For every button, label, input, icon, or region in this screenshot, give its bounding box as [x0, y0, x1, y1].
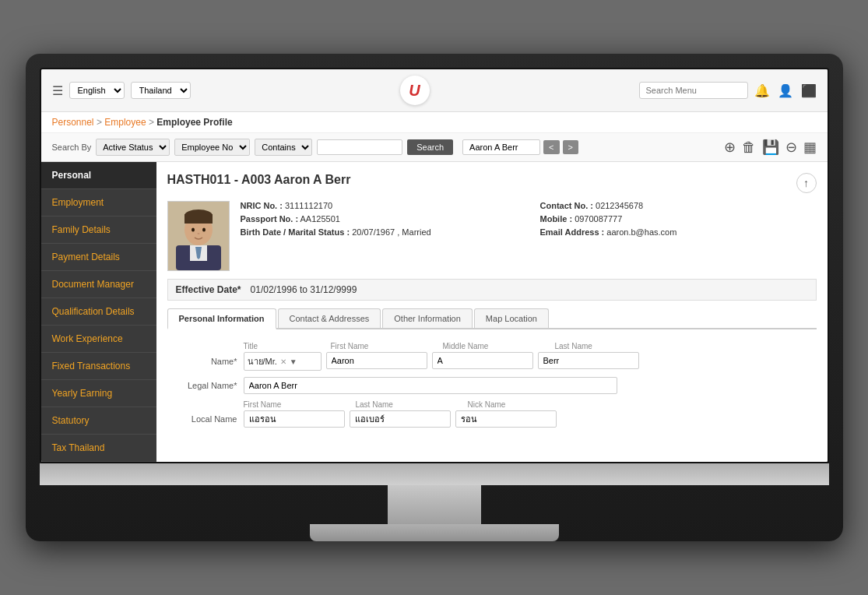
local-name-fields — [244, 410, 817, 428]
last-name-input[interactable] — [538, 352, 639, 369]
sidebar-item-tax-thailand[interactable]: Tax Thailand — [41, 435, 156, 462]
legal-name-input[interactable] — [244, 377, 617, 394]
first-name-input[interactable] — [326, 352, 427, 369]
first-name-col-header: First Name — [331, 342, 432, 350]
contact-row: Contact No. : 0212345678 — [540, 201, 817, 210]
email-row: Email Address : aaron.b@has.com — [540, 227, 817, 237]
middle-name-input[interactable] — [432, 352, 533, 369]
prev-button[interactable]: < — [543, 140, 559, 154]
nric-value: 3111112170 — [285, 201, 332, 210]
logout-icon[interactable]: ⬛ — [801, 83, 817, 98]
mobile-label: Mobile : — [540, 214, 573, 224]
nick-name-col-header: Nick Name — [468, 400, 569, 409]
language-select[interactable]: English — [69, 82, 125, 99]
tab-map-location[interactable]: Map Location — [474, 308, 549, 328]
nick-name-input[interactable] — [455, 410, 557, 428]
sidebar-item-work-experience[interactable]: Work Experience — [41, 326, 156, 353]
search-button[interactable]: Search — [407, 139, 453, 155]
breadcrumb-employee[interactable]: Employee — [104, 117, 146, 128]
effective-date-value: 01/02/1996 to 31/12/9999 — [251, 284, 357, 295]
breadcrumb-sep2: > — [149, 117, 154, 128]
local-name-label: Local Name — [167, 414, 237, 424]
user-icon[interactable]: 👤 — [778, 83, 793, 98]
sidebar: Personal Employment Family Details Payme… — [41, 162, 156, 462]
employee-title: HASTH011 - A003 Aaron A Berr — [167, 173, 351, 187]
search-menu-input[interactable] — [639, 82, 748, 99]
employee-name-display: Aaron A Berr — [462, 139, 540, 155]
breadcrumb-current: Employee Profile — [156, 117, 232, 128]
mobile-value: 0970087777 — [575, 214, 622, 224]
local-name-row: Local Name — [167, 410, 817, 428]
passport-label: Passport No. : — [241, 214, 299, 224]
search-by-label: Search By — [52, 143, 92, 152]
toolbar-icons: ⊕ 🗑 💾 ⊖ ▦ — [724, 139, 817, 156]
right-panel: HASTH011 - A003 Aaron A Berr ↑ — [156, 162, 828, 462]
search-text-input[interactable] — [317, 139, 402, 155]
contact-value: 0212345678 — [596, 201, 643, 210]
search-bar: Search By Active Status Employee No Cont… — [41, 133, 828, 162]
sidebar-item-statutory[interactable]: Statutory — [41, 407, 156, 435]
effective-date-label: Effective Date* — [176, 284, 241, 295]
remove-icon[interactable]: ⊖ — [785, 139, 797, 156]
name-col-headers: Title First Name Middle Name Last Name — [244, 342, 817, 350]
title-dropdown-icon[interactable]: ▼ — [290, 357, 297, 366]
sidebar-item-yearly-earning[interactable]: Yearly Earning — [41, 380, 156, 407]
birth-marital-label: Birth Date / Marital Status : — [241, 227, 350, 237]
local-last-name-col-header: Last Name — [356, 400, 457, 409]
birth-marital-row: Birth Date / Marital Status : 20/07/1967… — [241, 227, 517, 237]
passport-row: Passport No. : AA125501 — [241, 214, 517, 224]
local-name-col-headers: First Name Last Name Nick Name — [244, 400, 817, 409]
breadcrumb-sep1: > — [97, 117, 102, 128]
logo-area: U — [197, 76, 633, 105]
tabs-row: Personal Information Contact & Addresses… — [167, 308, 817, 329]
tab-contact-addresses[interactable]: Contact & Addresses — [278, 308, 381, 328]
filter2-select[interactable]: Employee No — [174, 139, 250, 156]
top-nav-icons: 🔔 👤 ⬛ — [754, 83, 817, 98]
sidebar-item-qualification-details[interactable]: Qualification Details — [41, 298, 156, 326]
svg-point-9 — [197, 233, 199, 234]
local-last-name-input[interactable] — [350, 410, 451, 428]
country-select[interactable]: Thailand — [131, 82, 191, 99]
nric-label: NRIC No. : — [241, 201, 283, 210]
local-first-name-input[interactable] — [244, 410, 345, 428]
sidebar-item-family-details[interactable]: Family Details — [41, 217, 156, 244]
grid-icon[interactable]: ▦ — [803, 139, 817, 156]
sidebar-item-document-manager[interactable]: Document Manager — [41, 271, 156, 298]
top-nav: ☰ English Thailand U 🔔 👤 ⬛ — [41, 69, 828, 112]
main-content: Personal Employment Family Details Payme… — [41, 162, 828, 462]
sidebar-item-payment-details[interactable]: Payment Details — [41, 244, 156, 271]
hamburger-icon[interactable]: ☰ — [52, 83, 63, 98]
name-nav-area: Aaron A Berr < > — [462, 139, 578, 155]
filter3-select[interactable]: Contains — [255, 139, 312, 156]
tab-personal-information[interactable]: Personal Information — [167, 308, 276, 329]
filter1-select[interactable]: Active Status — [96, 139, 170, 156]
save-icon[interactable]: 💾 — [762, 139, 779, 156]
sidebar-item-employment[interactable]: Employment — [41, 189, 156, 217]
legal-name-row: Legal Name* — [167, 377, 817, 394]
scroll-up-icon[interactable]: ↑ — [796, 173, 817, 193]
tab-other-information[interactable]: Other Information — [382, 308, 473, 328]
passport-value: AA125501 — [300, 214, 340, 224]
contact-label: Contact No. : — [540, 201, 593, 210]
sidebar-item-fixed-transactions[interactable]: Fixed Transactions — [41, 353, 156, 380]
svg-point-7 — [192, 228, 195, 232]
mobile-row: Mobile : 0970087777 — [540, 214, 817, 224]
title-select[interactable]: นาย/Mr. ✕ ▼ — [244, 352, 322, 371]
notification-icon[interactable]: 🔔 — [754, 83, 770, 98]
email-value: aaron.b@has.com — [606, 227, 676, 237]
next-button[interactable]: > — [563, 140, 578, 154]
employee-header: HASTH011 - A003 Aaron A Berr ↑ — [167, 173, 817, 193]
employee-info-row: NRIC No. : 3111112170 Passport No. : AA1… — [167, 201, 817, 271]
breadcrumb-personnel[interactable]: Personnel — [52, 117, 94, 128]
add-icon[interactable]: ⊕ — [724, 139, 736, 156]
nric-row: NRIC No. : 3111112170 — [241, 201, 517, 210]
delete-icon[interactable]: 🗑 — [742, 139, 756, 156]
svg-rect-6 — [184, 214, 213, 224]
info-col-right: Contact No. : 0212345678 Mobile : 097008… — [540, 201, 817, 271]
info-col-left: NRIC No. : 3111112170 Passport No. : AA1… — [241, 201, 517, 271]
svg-point-8 — [202, 228, 206, 232]
logo-text: U — [409, 82, 420, 100]
birth-marital-value: 20/07/1967 , Married — [352, 227, 431, 237]
sidebar-item-personal[interactable]: Personal — [41, 162, 156, 189]
title-clear-icon[interactable]: ✕ — [280, 357, 286, 366]
